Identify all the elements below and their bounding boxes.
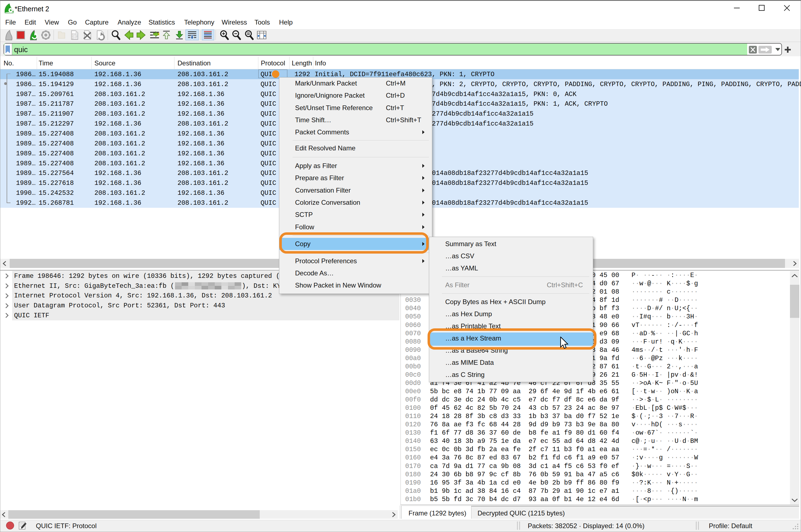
svg-text:0111: 0111 xyxy=(72,38,77,40)
